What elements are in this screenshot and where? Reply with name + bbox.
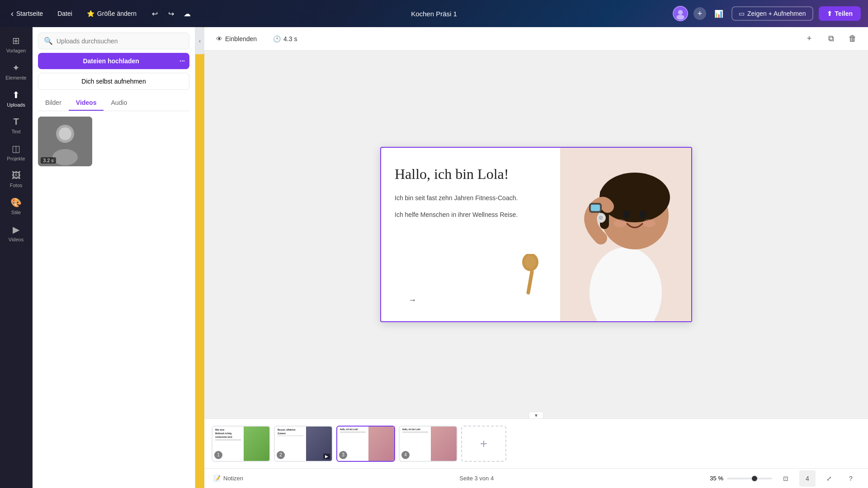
selfie-button[interactable]: Dich selbst aufnehmen [38, 73, 189, 90]
videos-sidebar-icon: ▶ [13, 224, 19, 235]
sidebar-label-text: Text [11, 129, 20, 134]
analytics-button[interactable]: 📊 [712, 6, 726, 21]
duration-button[interactable]: 🕐 4.3 s [269, 33, 302, 45]
page-label: Seite 3 von 4 [459, 475, 494, 482]
vorlagen-icon: ⊞ [12, 35, 20, 46]
share-icon: ⬆ [827, 10, 832, 17]
sidebar-label-stile: Stile [11, 210, 21, 215]
clock-icon: 🕐 [273, 35, 281, 42]
search-input[interactable] [57, 38, 184, 45]
anim-toolbar-right: + ⧉ 🗑 [801, 31, 861, 47]
svg-point-2 [676, 15, 684, 20]
page-num-button[interactable]: 4 [799, 470, 816, 487]
svg-rect-22 [526, 270, 534, 295]
anim-toolbar-left: 👁 Einblenden 🕐 4.3 s [212, 33, 302, 45]
notes-button[interactable]: 📝 Notizen [213, 475, 243, 482]
sidebar-label-videos: Videos [9, 237, 24, 242]
topbar: ‹ Startseite Datei ⭐ Größe ändern ↩ ↪ ☁ … [0, 0, 868, 27]
avatar-image [674, 6, 687, 21]
copy-element-button[interactable]: ⧉ [823, 31, 839, 47]
collapse-up-button[interactable]: ▼ [529, 412, 543, 419]
svg-point-6 [59, 127, 71, 140]
left-panel: 🔍 Dateien hochladen ··· Dich selbst aufn… [33, 27, 195, 488]
zoom-slider[interactable] [727, 478, 772, 479]
eye-icon: 👁 [216, 35, 222, 42]
help-button[interactable]: ? [843, 470, 859, 487]
slide-thumb-1[interactable]: Wie eine Mahlzeit richtig vorbereitet wi… [212, 426, 270, 462]
cloud-save-button[interactable]: ☁ [180, 6, 194, 21]
sidebar-label-projekte: Projekte [7, 156, 25, 161]
sidebar-item-stile[interactable]: 🎨 Stile [2, 193, 31, 219]
sidebar-label-uploads: Uploads [7, 102, 25, 108]
back-arrow-icon: ‹ [11, 9, 14, 19]
sidebar-label-vorlagen: Vorlagen [6, 48, 26, 53]
video-thumbnail[interactable]: 3.2 s [38, 117, 92, 166]
slide-body1: Ich bin seit fast zehn Jahren Fitness-Co… [395, 193, 547, 203]
undo-button[interactable]: ↩ [147, 6, 162, 21]
video-duration-badge: 3.2 s [41, 157, 56, 164]
redo-button[interactable]: ↪ [164, 6, 178, 21]
stile-icon: 🎨 [10, 197, 22, 208]
tab-videos[interactable]: Videos [69, 95, 104, 111]
slide-thumb-3[interactable]: Hallo, ich bin Lola! 3 [336, 426, 395, 462]
share-button[interactable]: ⬆ Teilen [819, 6, 861, 21]
collapse-icon: ‹ [199, 38, 201, 44]
fade-in-button[interactable]: 👁 Einblenden [212, 33, 261, 45]
more-options-icon: ··· [179, 57, 185, 65]
main-layout: ⊞ Vorlagen ✦ Elemente ⬆ Uploads T Text ◫… [0, 27, 868, 488]
add-slide-icon: + [480, 436, 487, 451]
svg-point-19 [614, 219, 627, 227]
sidebar-item-vorlagen[interactable]: ⊞ Vorlagen [2, 32, 31, 57]
tab-bilder[interactable]: Bilder [38, 95, 69, 111]
delete-element-button[interactable]: 🗑 [844, 31, 861, 47]
svg-point-5 [52, 149, 78, 165]
canvas-viewport: Hallo, ich bin Lola! Ich bin seit fast z… [204, 51, 868, 418]
sidebar-item-projekte[interactable]: ◫ Projekte [2, 140, 31, 165]
upload-button[interactable]: Dateien hochladen ··· [38, 53, 189, 69]
zoom-control: 35 % [710, 475, 772, 482]
svg-point-23 [525, 256, 536, 268]
duration-label: 4.3 s [283, 35, 297, 42]
undo-redo-group: ↩ ↪ ☁ [147, 6, 194, 21]
sidebar-item-elemente[interactable]: ✦ Elemente [2, 59, 31, 84]
uploads-icon: ⬆ [12, 89, 20, 100]
slide-thumb-2[interactable]: Besser, effektive Zutaten 2 ▶ [274, 426, 333, 462]
search-icon: 🔍 [44, 37, 53, 45]
svg-point-13 [623, 211, 630, 219]
file-menu-button[interactable]: Datei [54, 8, 76, 19]
sidebar-item-text[interactable]: T Text [2, 113, 31, 138]
present-button[interactable]: ▭ Zeigen + Aufnehmen [731, 6, 813, 21]
present-label: Zeigen + Aufnehmen [747, 10, 806, 17]
slide-canvas[interactable]: Hallo, ich bin Lola! Ich bin seit fast z… [380, 147, 692, 322]
status-left: 📝 Notizen [213, 475, 243, 482]
anim-toolbar: 👁 Einblenden 🕐 4.3 s + ⧉ 🗑 [204, 27, 868, 51]
sidebar-item-fotos[interactable]: 🖼 Fotos [2, 167, 31, 192]
collapse-panel-button[interactable]: ‹ [195, 27, 204, 54]
thumb-4-image [431, 427, 457, 461]
document-title: Kochen Präsi 1 [411, 10, 457, 18]
tab-audio[interactable]: Audio [104, 95, 134, 111]
spoon-element [517, 254, 544, 296]
search-input-wrap: 🔍 [38, 33, 189, 49]
slide-thumb-4[interactable]: Hallo, ich bin Lola! 4 [399, 426, 458, 462]
add-user-button[interactable]: + [693, 7, 706, 20]
resize-button[interactable]: ⭐ Größe ändern [83, 8, 140, 19]
thumb-4-num: 4 [401, 451, 410, 459]
fotos-icon: 🖼 [12, 170, 21, 181]
upload-btn-text: Dateien hochladen [42, 57, 179, 65]
home-button[interactable]: ‹ Startseite [7, 7, 47, 20]
home-label: Startseite [16, 10, 43, 17]
thumb-1-num: 1 [214, 451, 222, 459]
add-slide-button[interactable]: + [461, 426, 506, 462]
bottom-bar: ▼ Wie eine Mahlzeit richtig vorbereitet … [204, 418, 868, 468]
svg-point-14 [639, 211, 646, 219]
projekte-icon: ◫ [12, 143, 20, 154]
thumb-3-num: 3 [339, 451, 347, 459]
add-element-button[interactable]: + [801, 31, 817, 47]
sidebar-item-uploads[interactable]: ⬆ Uploads [2, 86, 31, 111]
resize-label: Größe ändern [97, 10, 137, 17]
fullscreen-button[interactable]: ⤢ [821, 470, 837, 487]
sidebar-label-elemente: Elemente [5, 75, 26, 80]
fit-screen-button[interactable]: ⊡ [778, 470, 794, 487]
sidebar-item-videos[interactable]: ▶ Videos [2, 221, 31, 246]
